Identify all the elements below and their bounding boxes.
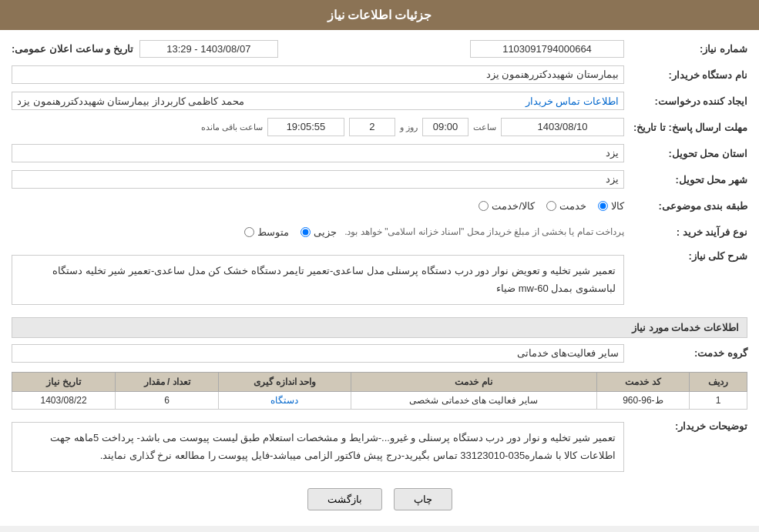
response-days: 2 (349, 118, 395, 136)
purchase-partial-label: جزیی (314, 226, 337, 238)
purchase-medium-option[interactable]: متوسط (244, 226, 289, 238)
purchase-type-label: نوع فرآیند خرید : (624, 226, 747, 238)
category-service-label: خدمت (559, 200, 586, 212)
button-row: چاپ بازگشت (12, 488, 747, 510)
creator-label: ایجاد کننده درخواست: (624, 95, 747, 107)
service-group-label: گروه خدمت: (624, 347, 747, 359)
services-table: ردیف کد خدمت نام خدمت واحد اندازه گیری ت… (12, 372, 747, 410)
days-label: روز و (400, 122, 418, 132)
delivery-city-value: یزد (12, 170, 624, 189)
buyer-name-label: نام دستگاه خریدار: (624, 69, 747, 81)
category-goods-service-radio[interactable] (479, 201, 489, 211)
table-row: 1 ط-96-960 سایر فعالیت های خدماتی شخصی د… (12, 391, 747, 409)
category-label: طبقه بندی موضوعی: (624, 200, 747, 212)
category-goods-service-label: کالا/خدمت (492, 200, 535, 212)
buyer-description-row: توضیحات خریدار: تعمیر شیر تخلیه و نوار د… (12, 417, 747, 477)
creator-value: محمد کاظمی کاربرداز بیمارستان شهیددکترره… (17, 95, 244, 107)
delivery-province-label: استان محل تحویل: (624, 148, 747, 159)
col-service-code: کد خدمت (596, 372, 690, 391)
cell-date: 1403/08/22 (12, 391, 116, 409)
buyer-description-value: تعمیر شیر تخلیه و نوار دور درب دستگاه پر… (12, 422, 624, 472)
col-quantity: تعداد / مقدار (116, 372, 219, 391)
back-button[interactable]: بازگشت (307, 488, 382, 510)
purchase-note: پرداخت تمام یا بخشی از مبلغ خریداز محل "… (344, 226, 624, 237)
service-group-value: سایر فعالیت‌های خدماتی (12, 344, 624, 363)
col-date: تاریخ نیاز (12, 372, 116, 391)
need-description-value: تعمیر شیر تخلیه و تعویض نوار دور درب دست… (12, 255, 624, 305)
page-header: جزئیات اطلاعات نیاز (0, 0, 759, 30)
category-radio-group: کالا/خدمت خدمت کالا (479, 200, 624, 212)
delivery-province-value: یزد (12, 144, 624, 162)
delivery-city-label: شهر محل تحویل: (624, 174, 747, 186)
col-row-num: ردیف (690, 372, 747, 391)
cell-service-code: ط-96-960 (596, 391, 690, 409)
header-title: جزئیات اطلاعات نیاز (327, 8, 432, 22)
category-goods-service-option[interactable]: کالا/خدمت (479, 200, 535, 212)
response-remaining: 19:05:55 (267, 118, 344, 136)
purchase-partial-radio[interactable] (301, 227, 311, 237)
purchase-medium-radio[interactable] (244, 227, 254, 237)
response-deadline-label: مهلت ارسال پاسخ: تا تاریخ: (624, 122, 747, 133)
need-description-label: شرح کلی نیاز: (624, 250, 747, 262)
creator-link[interactable]: اطلاعات تماس خریدار (526, 95, 619, 107)
category-goods-label: کالا (611, 200, 624, 212)
cell-quantity: 6 (116, 391, 219, 409)
buyer-name-value: بیمارستان شهیددکتررهنمون یزد (12, 65, 624, 84)
response-time: 09:00 (422, 118, 468, 136)
cell-unit[interactable]: دستگاه (219, 391, 351, 409)
category-service-option[interactable]: خدمت (546, 200, 586, 212)
announce-date-value: 1403/08/07 - 13:29 (139, 40, 278, 58)
services-table-section: ردیف کد خدمت نام خدمت واحد اندازه گیری ت… (12, 372, 747, 410)
col-unit: واحد اندازه گیری (219, 372, 351, 391)
print-button[interactable]: چاپ (394, 488, 452, 510)
announce-date-label: تاریخ و ساعت اعلان عمومی: (12, 43, 133, 55)
cell-service-name: سایر فعالیت های خدماتی شخصی (351, 391, 596, 409)
category-service-radio[interactable] (546, 201, 556, 211)
category-goods-radio[interactable] (598, 201, 608, 211)
need-number-value: 1103091794000664 (470, 40, 624, 58)
col-service-name: نام خدمت (351, 372, 596, 391)
purchase-partial-option[interactable]: جزیی (301, 226, 337, 238)
purchase-medium-label: متوسط (257, 226, 289, 238)
category-goods-option[interactable]: کالا (598, 200, 624, 212)
remaining-label: ساعت باقی مانده (201, 122, 263, 132)
time-label: ساعت (473, 122, 496, 132)
response-date: 1403/08/10 (501, 118, 624, 136)
service-info-header: اطلاعات خدمات مورد نیاز (12, 317, 747, 338)
cell-row-num: 1 (690, 391, 747, 409)
need-number-label: شماره نیاز: (624, 43, 747, 55)
buyer-description-label: توضیحات خریدار: (624, 417, 747, 432)
